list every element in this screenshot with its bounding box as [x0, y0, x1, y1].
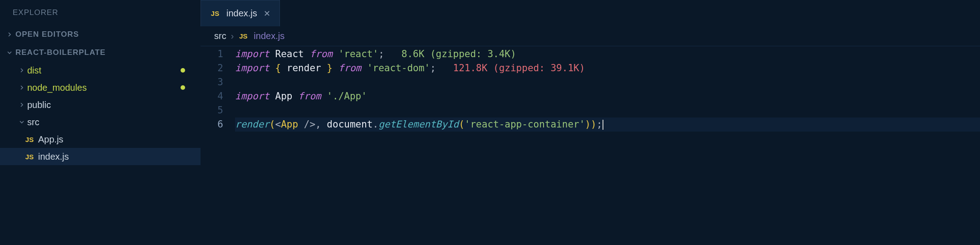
js-file-icon: JS	[24, 136, 34, 143]
js-file-icon: JS	[238, 32, 248, 40]
project-section[interactable]: REACT-BOILERPLATE	[0, 44, 201, 62]
tree-item-label: App.js	[38, 134, 64, 145]
sidebar: EXPLORER OPEN EDITORS REACT-BOILERPLATE …	[0, 0, 201, 245]
tree-item-label: index.js	[38, 152, 69, 162]
line-number: 3	[201, 75, 223, 89]
code-editor[interactable]: 123456 import React from 'react'; 8.6K (…	[201, 46, 980, 132]
chevron-right-icon	[5, 32, 14, 37]
breadcrumb-crumb[interactable]: src	[214, 31, 226, 41]
line-number: 4	[201, 89, 223, 103]
code-content[interactable]: import React from 'react'; 8.6K (gzipped…	[235, 46, 980, 132]
code-line[interactable]	[235, 103, 980, 118]
chevron-right-icon	[17, 102, 26, 108]
file-item-index.js[interactable]: JSindex.js	[0, 148, 201, 165]
open-editors-section[interactable]: OPEN EDITORS	[0, 25, 201, 44]
breadcrumb-separator: ›	[231, 31, 234, 41]
js-file-icon: JS	[210, 10, 220, 17]
tab-bar: JSindex.js✕	[201, 0, 980, 26]
text-cursor	[603, 120, 603, 130]
line-number: 5	[201, 103, 223, 118]
chevron-right-icon	[17, 68, 26, 73]
code-line[interactable]: render(<App />, document.getElementById(…	[235, 118, 980, 132]
code-line[interactable]: import React from 'react'; 8.6K (gzipped…	[235, 47, 980, 61]
js-file-icon: JS	[24, 153, 34, 161]
tree-item-label: dist	[27, 65, 41, 76]
tree-item-label: public	[27, 100, 51, 110]
folder-item-public[interactable]: public	[0, 96, 201, 113]
code-line[interactable]: import App from './App'	[235, 89, 980, 103]
breadcrumb-file[interactable]: index.js	[254, 31, 284, 41]
chevron-down-icon	[17, 119, 26, 125]
folder-item-node_modules[interactable]: node_modules	[0, 79, 201, 96]
chevron-down-icon	[5, 50, 14, 55]
editor-area: JSindex.js✕ src›JSindex.js 123456 import…	[201, 0, 980, 245]
line-number: 1	[201, 47, 223, 61]
code-line[interactable]	[235, 75, 980, 89]
tree-item-label: src	[27, 117, 39, 127]
chevron-right-icon	[17, 85, 26, 90]
project-name: REACT-BOILERPLATE	[15, 48, 106, 57]
close-icon[interactable]: ✕	[264, 9, 270, 19]
file-item-App.js[interactable]: JSApp.js	[0, 131, 201, 148]
folder-item-dist[interactable]: dist	[0, 62, 201, 79]
file-tree: distnode_modulespublicsrcJSApp.jsJSindex…	[0, 62, 201, 165]
code-line[interactable]: import { render } from 'react-dom'; 121.…	[235, 61, 980, 75]
tree-item-label: node_modules	[27, 83, 87, 93]
explorer-title: EXPLORER	[0, 0, 201, 25]
folder-item-src[interactable]: src	[0, 113, 201, 131]
tab-label: index.js	[226, 8, 257, 19]
modified-indicator-icon	[181, 68, 185, 73]
tab-index.js[interactable]: JSindex.js✕	[201, 0, 280, 26]
open-editors-label: OPEN EDITORS	[15, 30, 79, 39]
line-number: 6	[201, 118, 223, 132]
modified-indicator-icon	[181, 85, 185, 90]
breadcrumb[interactable]: src›JSindex.js	[201, 26, 980, 46]
line-number: 2	[201, 61, 223, 75]
line-number-gutter: 123456	[201, 46, 235, 132]
